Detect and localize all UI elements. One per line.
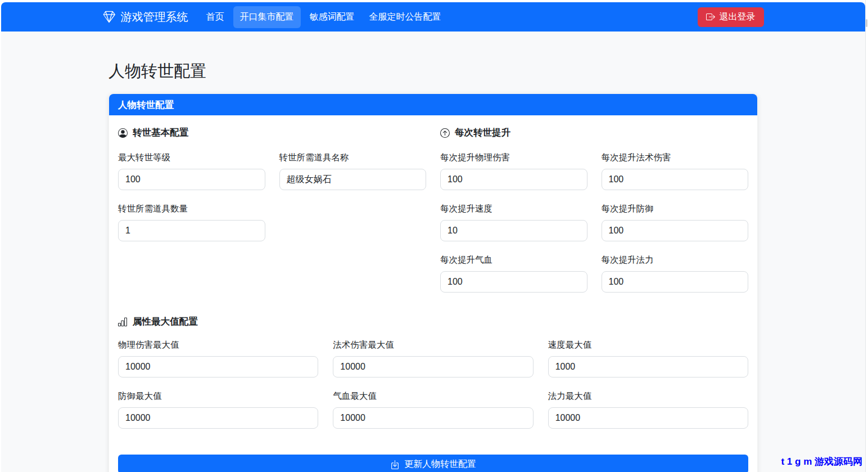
nav-item-market-config[interactable]: 开口集市配置: [233, 6, 301, 28]
boost-magic-damage-input[interactable]: [602, 169, 749, 190]
page-background: 人物转世配置 人物转世配置 转世基本配置: [1, 32, 865, 472]
person-circle-icon: [118, 128, 128, 138]
field-boost-speed: 每次提升速度: [440, 203, 587, 241]
box-arrow-right-icon: [706, 12, 715, 21]
boost-physical-damage-input[interactable]: [440, 169, 587, 190]
max-magic-damage-input[interactable]: [333, 356, 533, 377]
nav-item-scheduled-announcement-config[interactable]: 全服定时公告配置: [364, 6, 447, 28]
logout-button[interactable]: 退出登录: [698, 7, 764, 27]
field-rebirth-item-count: 转世所需道具数量: [118, 203, 265, 241]
update-rebirth-config-button[interactable]: 更新人物转世配置: [118, 455, 748, 472]
field-boost-defense: 每次提升防御: [602, 203, 749, 241]
gem-icon: [103, 11, 115, 23]
section-title-per-rebirth-label: 每次转世提升: [455, 127, 510, 139]
section-title-max-attrs-label: 属性最大值配置: [133, 316, 198, 328]
box-arrow-in-down-icon: [390, 460, 400, 469]
field-label: 转世所需道具名称: [279, 152, 427, 164]
field-label: 速度最大值: [548, 339, 748, 351]
card-header: 人物转世配置: [109, 94, 757, 115]
section-title-basic-label: 转世基本配置: [133, 127, 188, 139]
boost-defense-input[interactable]: [602, 220, 749, 241]
brand-title: 游戏管理系统: [121, 10, 188, 25]
field-boost-physical-damage: 每次提升物理伤害: [440, 152, 587, 190]
field-max-speed: 速度最大值: [548, 339, 748, 377]
max-physical-damage-input[interactable]: [118, 356, 318, 377]
boost-speed-input[interactable]: [440, 220, 587, 241]
bar-chart-icon: [118, 317, 128, 327]
field-label: 每次提升法力: [602, 254, 749, 266]
field-label: 每次提升防御: [602, 203, 749, 215]
field-max-mp: 法力最大值: [548, 390, 748, 429]
section-title-per-rebirth: 每次转世提升: [440, 127, 748, 139]
field-label: 每次提升法术伤害: [602, 152, 749, 164]
field-label: 每次提升物理伤害: [440, 152, 587, 164]
brand[interactable]: 游戏管理系统: [103, 10, 188, 25]
field-max-physical-damage: 物理伤害最大值: [118, 339, 318, 377]
nav-links: 首页 开口集市配置 敏感词配置 全服定时公告配置: [201, 6, 447, 28]
field-max-defense: 防御最大值: [118, 390, 318, 429]
boost-hp-input[interactable]: [440, 271, 587, 293]
rebirth-item-count-input[interactable]: [118, 220, 265, 241]
scrollbar-track[interactable]: [865, 0, 868, 472]
field-boost-hp: 每次提升气血: [440, 254, 587, 293]
max-hp-input[interactable]: [333, 407, 533, 429]
field-label: 法力最大值: [548, 390, 748, 402]
max-mp-input[interactable]: [548, 407, 748, 429]
arrow-up-circle-icon: [440, 128, 450, 138]
watermark: t 1 g m 游戏源码网: [781, 455, 862, 468]
field-label: 转世所需道具数量: [118, 203, 265, 215]
max-speed-input[interactable]: [548, 356, 748, 377]
field-rebirth-item-name: 转世所需道具名称: [279, 152, 427, 190]
field-label: 气血最大值: [333, 390, 533, 402]
scrollbar-thumb[interactable]: [866, 19, 867, 27]
top-navbar: 游戏管理系统 首页 开口集市配置 敏感词配置 全服定时公告配置 退出登录: [1, 2, 865, 32]
max-rebirth-level-input[interactable]: [118, 169, 265, 190]
field-label: 最大转世等级: [118, 152, 265, 164]
field-max-hp: 气血最大值: [333, 390, 533, 429]
logout-label: 退出登录: [720, 11, 756, 23]
rebirth-item-name-input[interactable]: [279, 169, 427, 190]
nav-item-sensitive-words-config[interactable]: 敏感词配置: [304, 6, 360, 28]
field-boost-mp: 每次提升法力: [602, 254, 749, 293]
rebirth-config-card: 人物转世配置 转世基本配置 每次转世提升: [108, 93, 758, 472]
page-title: 人物转世配置: [108, 32, 758, 83]
section-title-max-attrs: 属性最大值配置: [118, 316, 748, 328]
nav-item-home[interactable]: 首页: [201, 6, 230, 28]
field-max-magic-damage: 法术伤害最大值: [333, 339, 533, 377]
field-label: 物理伤害最大值: [118, 339, 318, 351]
max-defense-input[interactable]: [118, 407, 318, 429]
update-button-label: 更新人物转世配置: [404, 458, 476, 470]
boost-mp-input[interactable]: [602, 271, 749, 293]
field-label: 法术伤害最大值: [333, 339, 533, 351]
field-max-rebirth-level: 最大转世等级: [118, 152, 265, 190]
field-label: 防御最大值: [118, 390, 318, 402]
field-label: 每次提升速度: [440, 203, 587, 215]
section-title-basic: 转世基本配置: [118, 127, 426, 139]
field-boost-magic-damage: 每次提升法术伤害: [602, 152, 749, 190]
field-label: 每次提升气血: [440, 254, 587, 266]
